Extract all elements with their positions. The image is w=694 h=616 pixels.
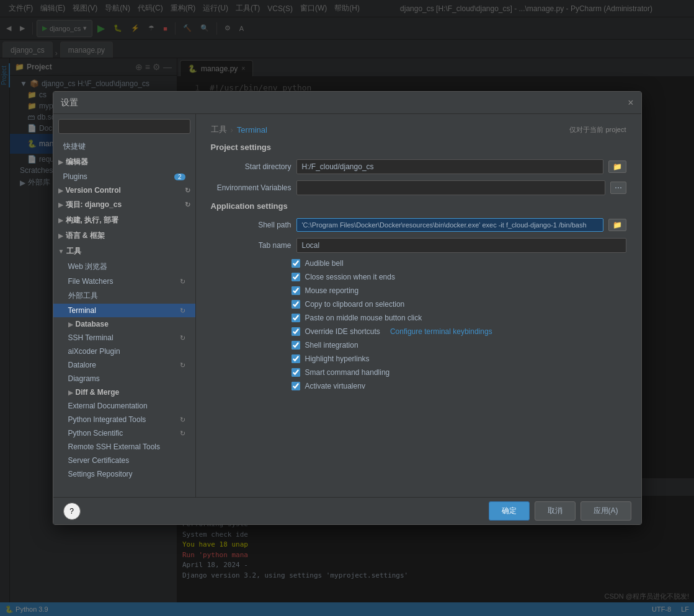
nav-item-tools[interactable]: ▼ 工具 <box>53 244 195 259</box>
form-row-envvars: Environment Variables ⋯ <box>211 180 626 195</box>
nav-sync-pyscientific: ↻ <box>180 429 185 438</box>
checkbox-close-session-input[interactable] <box>291 273 300 281</box>
checkbox-copy-clipboard-label: Copy to clipboard on selection <box>305 300 405 309</box>
nav-item-extdocs[interactable]: External Documentation <box>53 399 195 413</box>
nav-label-vcs: Version Control <box>66 186 121 195</box>
nav-label-remotessh: Remote SSH External Tools <box>68 442 161 451</box>
nav-item-filewatchers[interactable]: File Watchers ↻ <box>53 275 195 288</box>
checkbox-mouse-reporting-input[interactable] <box>291 286 300 295</box>
nav-label-ssh: SSH Terminal <box>68 333 113 342</box>
nav-item-pytools[interactable]: Python Integrated Tools ↻ <box>53 413 195 426</box>
nav-item-datalore[interactable]: Datalore ↻ <box>53 358 195 372</box>
nav-arrow-project: ▶ <box>58 201 63 208</box>
nav-sync-vcs: ↻ <box>185 187 190 195</box>
nav-label-settingsrepo: Settings Repository <box>68 470 133 478</box>
nav-item-servercerts[interactable]: Server Certificates <box>53 454 195 467</box>
form-row-shellpath: Shell path 📁 <box>211 218 626 232</box>
nav-label-build: 构建, 执行, 部署 <box>66 215 118 226</box>
nav-arrow-database: ▶ <box>68 321 73 328</box>
checkbox-shell-integration: Shell integration <box>211 341 626 350</box>
nav-label-aixcoder: aiXcoder Plugin <box>68 347 120 356</box>
nav-sync-pytools: ↻ <box>180 416 185 424</box>
nav-label-project: 项目: django_cs <box>66 200 122 210</box>
nav-arrow-build: ▶ <box>58 217 63 224</box>
nav-sync-datalore: ↻ <box>180 361 185 369</box>
nav-item-webbrowser[interactable]: Web 浏览器 <box>53 259 195 275</box>
checkbox-close-session-label: Close session when it ends <box>305 273 395 281</box>
form-btn-shellpath[interactable]: 📁 <box>608 219 626 231</box>
checkbox-shell-integration-input[interactable] <box>291 341 300 350</box>
dialog-close-button[interactable]: × <box>628 97 633 108</box>
nav-item-terminal[interactable]: Terminal ↻ <box>53 304 195 317</box>
form-input-startdir[interactable] <box>296 159 603 174</box>
checkbox-override-ide-label: Override IDE shortcuts <box>305 327 380 336</box>
nav-item-pyscientific[interactable]: Python Scientific ↻ <box>53 426 195 440</box>
dialog-search-input[interactable] <box>58 119 190 134</box>
checkbox-paste-middle: Paste on middle mouse button click <box>211 314 626 322</box>
checkbox-paste-middle-input[interactable] <box>291 314 300 322</box>
nav-item-aixcoder[interactable]: aiXcoder Plugin <box>53 345 195 358</box>
nav-label-externaltools: 外部工具 <box>68 291 98 301</box>
checkbox-shell-integration-label: Shell integration <box>305 341 358 350</box>
form-row-tabname: Tab name <box>211 238 626 253</box>
form-btn-envvars[interactable]: ⋯ <box>610 182 626 194</box>
nav-item-diagrams[interactable]: Diagrams <box>53 372 195 385</box>
nav-item-plugins[interactable]: Plugins 2 <box>53 170 195 183</box>
configure-keybindings-link[interactable]: Configure terminal keybindings <box>390 327 492 336</box>
dialog-body: 快捷键 ▶ 编辑器 Plugins 2 ▶ Version Control <box>53 114 641 497</box>
form-input-shellpath[interactable] <box>296 218 603 232</box>
nav-item-ssh[interactable]: SSH Terminal ↻ <box>53 331 195 345</box>
form-btn-startdir[interactable]: 📁 <box>608 161 626 173</box>
nav-label-terminal: Terminal <box>68 306 96 315</box>
dialog-footer: ? 确定 取消 应用(A) <box>53 497 641 524</box>
nav-label-filewatchers: File Watchers <box>68 277 113 286</box>
checkbox-highlight-hyperlinks-input[interactable] <box>291 354 300 363</box>
nav-label-extdocs: External Documentation <box>68 402 148 410</box>
nav-item-project[interactable]: ▶ 项目: django_cs ↻ <box>53 197 195 213</box>
dialog-breadcrumb: 工具 › Terminal 仅对于当前 project <box>211 124 626 135</box>
checkbox-paste-middle-label: Paste on middle mouse button click <box>305 314 422 322</box>
nav-item-settingsrepo[interactable]: Settings Repository <box>53 467 195 481</box>
nav-item-lang[interactable]: ▶ 语言 & 框架 <box>53 228 195 244</box>
nav-item-diff[interactable]: ▶ Diff & Merge <box>53 385 195 399</box>
nav-label-pytools: Python Integrated Tools <box>68 415 146 424</box>
nav-arrow-lang: ▶ <box>58 232 63 239</box>
main-window: 文件(F) 编辑(E) 视图(V) 导航(N) 代码(C) 重构(R) 运行(U… <box>0 0 694 616</box>
checkbox-activate-venv-input[interactable] <box>291 382 300 390</box>
nav-label-diff: Diff & Merge <box>76 388 120 397</box>
help-button[interactable]: ? <box>63 503 81 520</box>
ok-button[interactable]: 确定 <box>489 501 530 521</box>
nav-sync-project: ↻ <box>185 201 190 209</box>
checkbox-override-ide-input[interactable] <box>291 327 300 336</box>
nav-item-build[interactable]: ▶ 构建, 执行, 部署 <box>53 213 195 228</box>
checkbox-smart-command-label: Smart command handling <box>305 368 390 377</box>
nav-item-database[interactable]: ▶ Database <box>53 317 195 331</box>
dialog-title-bar: 设置 × <box>53 92 641 114</box>
form-input-tabname[interactable] <box>296 238 626 253</box>
nav-item-remotessh[interactable]: Remote SSH External Tools <box>53 440 195 454</box>
nav-label-shortcuts: 快捷键 <box>63 141 86 152</box>
nav-label-servercerts: Server Certificates <box>68 456 130 465</box>
nav-label-datalore: Datalore <box>68 361 96 369</box>
nav-label-diagrams: Diagrams <box>68 374 100 383</box>
nav-item-externaltools[interactable]: 外部工具 <box>53 288 195 304</box>
form-label-envvars: Environment Variables <box>211 183 291 192</box>
form-row-startdir: Start directory 📁 <box>211 159 626 174</box>
form-input-envvars[interactable] <box>296 180 605 195</box>
checkbox-smart-command-input[interactable] <box>291 368 300 377</box>
checkbox-copy-clipboard-input[interactable] <box>291 300 300 309</box>
nav-label-tools: 工具 <box>66 246 81 257</box>
apply-button[interactable]: 应用(A) <box>581 501 631 521</box>
breadcrumb-parent: 工具 <box>211 124 227 135</box>
dialog-overlay: 设置 × 快捷键 ▶ 编辑器 <box>0 0 694 616</box>
checkbox-activate-venv-label: Activate virtualenv <box>305 382 365 390</box>
checkbox-audible-bell-input[interactable] <box>291 259 300 268</box>
nav-item-editor[interactable]: ▶ 编辑器 <box>53 154 195 170</box>
nav-item-shortcuts[interactable]: 快捷键 <box>53 139 195 154</box>
cancel-button[interactable]: 取消 <box>535 501 576 521</box>
checkbox-audible-bell: Audible bell <box>211 259 626 268</box>
nav-item-vcs[interactable]: ▶ Version Control ↻ <box>53 183 195 197</box>
dialog-nav: 快捷键 ▶ 编辑器 Plugins 2 ▶ Version Control <box>53 114 196 497</box>
form-label-tabname: Tab name <box>211 241 291 250</box>
nav-sync-filewatchers: ↻ <box>180 278 185 286</box>
